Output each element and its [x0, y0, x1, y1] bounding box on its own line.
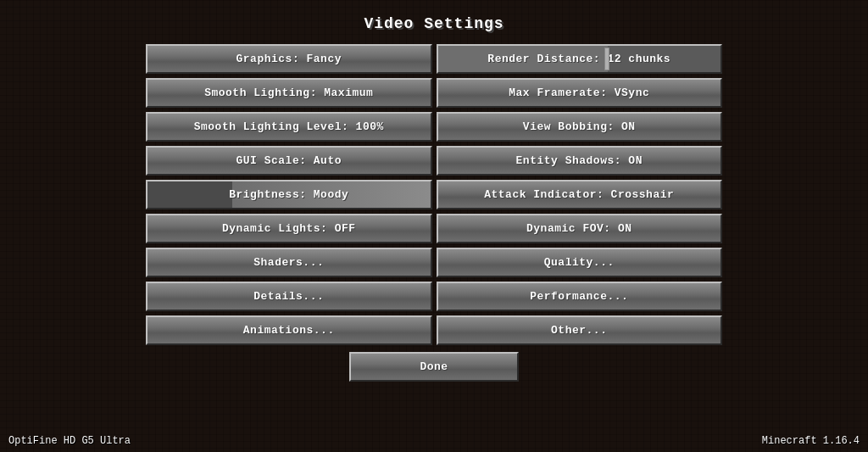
- page-title: Video Settings: [364, 15, 504, 32]
- gui-scale-button[interactable]: GUI Scale: Auto: [146, 146, 432, 176]
- other-button[interactable]: Other...: [437, 315, 723, 345]
- performance-button[interactable]: Performance...: [437, 282, 723, 311]
- animations-button[interactable]: Animations...: [146, 315, 432, 345]
- max-framerate-button[interactable]: Max Framerate: VSync: [437, 78, 723, 108]
- left-column: Graphics: FancySmooth Lighting: MaximumS…: [146, 44, 432, 345]
- right-column: Render Distance: 12 chunksMax Framerate:…: [437, 44, 723, 345]
- smooth-lighting-button[interactable]: Smooth Lighting: Maximum: [146, 78, 432, 108]
- view-bobbing-button[interactable]: View Bobbing: ON: [437, 112, 723, 142]
- brightness-button[interactable]: Brightness: Moody: [146, 180, 432, 209]
- details-button[interactable]: Details...: [146, 282, 432, 311]
- graphics-button[interactable]: Graphics: Fancy: [146, 44, 432, 74]
- settings-grid: Graphics: FancySmooth Lighting: MaximumS…: [146, 44, 722, 345]
- bottom-section: Done: [349, 352, 519, 382]
- main-container: Video Settings Graphics: FancySmooth Lig…: [0, 0, 868, 452]
- entity-shadows-button[interactable]: Entity Shadows: ON: [437, 146, 723, 176]
- done-button[interactable]: Done: [349, 352, 519, 382]
- quality-button[interactable]: Quality...: [437, 248, 723, 277]
- smooth-lighting-level-button[interactable]: Smooth Lighting Level: 100%: [146, 112, 432, 142]
- shaders-button[interactable]: Shaders...: [146, 248, 432, 277]
- dynamic-lights-button[interactable]: Dynamic Lights: OFF: [146, 214, 432, 243]
- render-distance-button[interactable]: Render Distance: 12 chunks: [437, 44, 723, 74]
- dynamic-fov-button[interactable]: Dynamic FOV: ON: [437, 214, 723, 243]
- attack-indicator-button[interactable]: Attack Indicator: Crosshair: [437, 180, 723, 209]
